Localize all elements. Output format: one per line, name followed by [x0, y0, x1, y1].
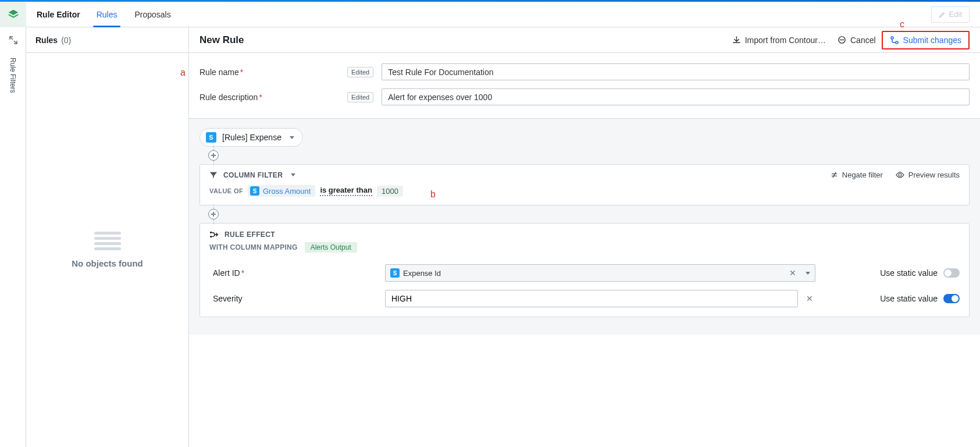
- add-step-connector: [212, 149, 970, 162]
- eye-icon: [896, 171, 904, 179]
- severity-input[interactable]: [385, 290, 798, 307]
- rules-list-heading: Rules (0): [26, 27, 188, 53]
- expand-rail-button[interactable]: [0, 27, 26, 53]
- alert-id-label: Alert ID*: [213, 268, 385, 278]
- left-rail: Rule Filters: [0, 2, 26, 447]
- use-static-value-label: Use static value: [880, 268, 938, 278]
- svg-point-3: [899, 173, 901, 176]
- not-equal-icon: [831, 171, 838, 179]
- git-merge-icon: [890, 36, 899, 45]
- filter-operator[interactable]: is greater than: [320, 186, 372, 196]
- rules-count: (0): [61, 36, 71, 45]
- rule-description-label: Rule description*: [199, 93, 347, 102]
- column-filter-card: COLUMN FILTER Negate filter Preview resu…: [199, 164, 970, 205]
- rules-list-sidebar: Rules (0) No objects found: [26, 27, 189, 447]
- negate-filter-button[interactable]: Negate filter: [831, 171, 883, 179]
- cancel-button[interactable]: Cancel: [832, 33, 882, 48]
- expand-icon: [9, 36, 17, 44]
- rule-config-area: S [Rules] Expense COLUMN FILTER Negate f…: [189, 118, 980, 335]
- rule-meta-form: Rule name* Edited Rule description* Edit…: [189, 53, 980, 118]
- source-object-selector[interactable]: S [Rules] Expense: [199, 128, 303, 147]
- empty-list-icon: [94, 232, 121, 250]
- main-header: New Rule Import from Contour… Cancel Sub…: [189, 27, 980, 53]
- svg-point-5: [210, 236, 212, 237]
- preview-results-button[interactable]: Preview results: [896, 171, 960, 179]
- flow-icon: [209, 230, 219, 239]
- filter-value-chip[interactable]: 1000: [377, 186, 403, 197]
- clear-icon[interactable]: ✕: [804, 294, 815, 303]
- svg-point-2: [896, 41, 898, 44]
- svg-point-4: [210, 232, 212, 233]
- rules-empty-state: No objects found: [26, 53, 188, 447]
- column-filter-title: COLUMN FILTER: [223, 171, 283, 179]
- source-object-label: [Rules] Expense: [222, 133, 281, 142]
- rule-name-edited-badge: Edited: [347, 67, 373, 77]
- severity-label: Severity: [213, 294, 385, 303]
- pencil-icon: [939, 11, 946, 18]
- chevron-down-icon: [290, 136, 294, 139]
- edit-button: Edit: [931, 6, 970, 23]
- rule-description-input[interactable]: [382, 88, 970, 105]
- chevron-down-icon: [806, 272, 810, 275]
- callout-b: b: [430, 189, 436, 200]
- page-title: New Rule: [199, 34, 244, 46]
- add-step-button[interactable]: [208, 209, 219, 219]
- download-icon: [732, 36, 741, 44]
- app-logo[interactable]: [0, 2, 26, 27]
- cancel-icon: [838, 36, 846, 44]
- svg-point-1: [891, 37, 893, 39]
- object-type-icon: S: [206, 132, 216, 143]
- alert-id-static-toggle[interactable]: [943, 268, 960, 278]
- submit-changes-button[interactable]: Submit changes: [882, 31, 970, 49]
- filter-icon: [209, 171, 218, 179]
- add-step-connector: [212, 208, 970, 221]
- main-panel: New Rule Import from Contour… Cancel Sub…: [189, 27, 980, 447]
- rule-name-input[interactable]: [382, 63, 970, 80]
- layers-icon: [7, 8, 20, 21]
- clear-icon[interactable]: ✕: [787, 268, 799, 278]
- severity-static-toggle[interactable]: [943, 294, 960, 303]
- tab-proposals[interactable]: Proposals: [130, 2, 175, 27]
- callout-c: c: [900, 19, 904, 30]
- column-type-icon: S: [390, 268, 400, 278]
- chevron-down-icon[interactable]: [291, 173, 295, 176]
- rule-effect-card: RULE EFFECT WITH COLUMN MAPPING Alerts O…: [199, 223, 970, 317]
- alert-id-selector[interactable]: S Expense Id ✕: [385, 264, 815, 282]
- import-button[interactable]: Import from Contour…: [726, 33, 832, 48]
- callout-a: a: [180, 68, 186, 78]
- rule-name-label: Rule name*: [199, 68, 347, 77]
- tab-rules[interactable]: Rules: [92, 2, 122, 27]
- add-step-button[interactable]: [208, 150, 219, 161]
- use-static-value-label: Use static value: [880, 294, 938, 303]
- rule-effect-title: RULE EFFECT: [224, 230, 275, 239]
- value-of-label: VALUE OF: [209, 187, 243, 194]
- app-title: Rule Editor: [37, 10, 80, 19]
- rail-section-rule-filters[interactable]: Rule Filters: [9, 53, 17, 93]
- column-mapping-label: WITH COLUMN MAPPING: [209, 243, 298, 251]
- header-bar: Rule Editor Rules Proposals Edit: [26, 2, 980, 27]
- filter-column-chip[interactable]: S Gross Amount: [248, 185, 315, 197]
- column-mapping-value[interactable]: Alerts Output: [305, 242, 357, 253]
- rule-description-edited-badge: Edited: [347, 92, 373, 102]
- column-type-icon: S: [250, 186, 259, 196]
